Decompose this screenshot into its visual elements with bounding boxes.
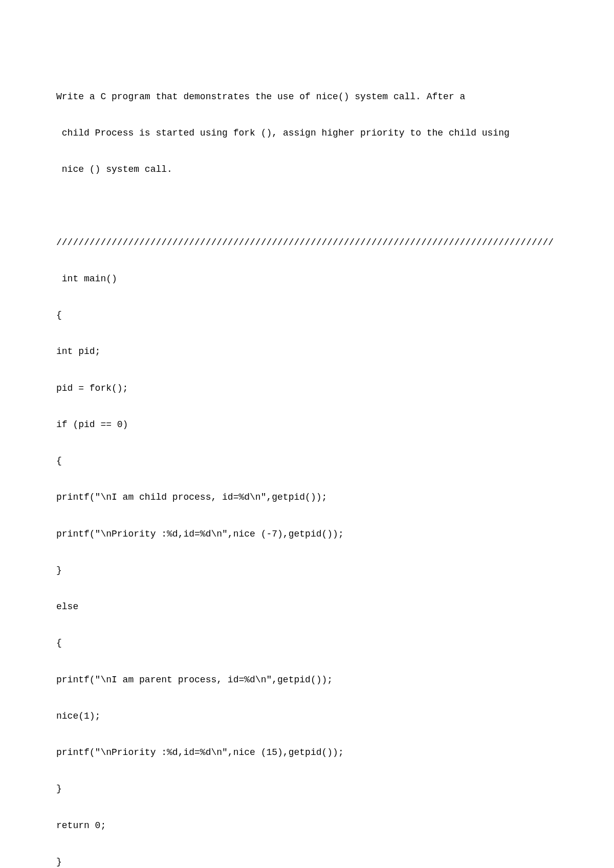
code-line: if (pid == 0) [56, 419, 558, 431]
code-line: printf("\nPriority :%d,id=%d\n",nice (-7… [56, 528, 558, 541]
code-line: ////////////////////////////////////////… [56, 237, 558, 249]
code-line: nice(1); [56, 710, 558, 723]
code-line: Write a C program that demonstrates the … [56, 91, 558, 103]
code-line: return 0; [56, 820, 558, 832]
code-line: } [56, 856, 558, 868]
code-line: int main() [56, 273, 558, 285]
code-line: nice () system call. [56, 164, 558, 176]
code-line: { [56, 637, 558, 650]
code-line: int pid; [56, 346, 558, 358]
code-document: Write a C program that demonstrates the … [56, 66, 558, 868]
code-line: pid = fork(); [56, 383, 558, 395]
code-line: } [56, 565, 558, 577]
code-line: child Process is started using fork (), … [56, 127, 558, 140]
code-line: { [56, 455, 558, 468]
code-line: { [56, 309, 558, 322]
code-line: printf("\nI am child process, id=%d\n",g… [56, 492, 558, 504]
code-line: } [56, 783, 558, 795]
code-line: printf("\nI am parent process, id=%d\n",… [56, 674, 558, 686]
code-line [56, 200, 558, 212]
code-line: printf("\nPriority :%d,id=%d\n",nice (15… [56, 747, 558, 759]
code-line: else [56, 601, 558, 613]
